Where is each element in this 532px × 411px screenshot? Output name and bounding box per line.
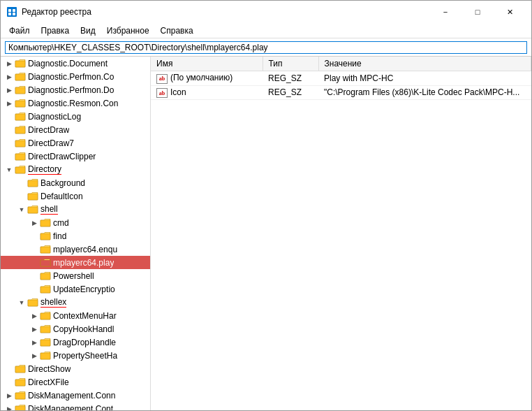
tree-item[interactable]: ▶ Diagnostic.Perfmon.Do: [1, 83, 150, 96]
row-value: Play with MPC-HC: [318, 71, 531, 86]
expand-icon[interactable]: ▶: [3, 390, 15, 401]
expand-icon[interactable]: ▼: [3, 164, 15, 175]
tree-item[interactable]: ▼ Directory: [1, 163, 150, 176]
tree-item[interactable]: ▼ shellex: [1, 296, 150, 309]
tree-item[interactable]: DirectDrawClipper: [1, 150, 150, 163]
expand-icon[interactable]: ▶: [3, 98, 15, 109]
folder-icon: [15, 85, 26, 95]
menu-item[interactable]: Вид: [75, 24, 101, 37]
registry-editor-window: Редактор реестра − □ ✕ ФайлПравкаВидИзбр…: [0, 0, 532, 411]
tree-item-label: shell: [40, 204, 58, 215]
tree-item[interactable]: DirectShow: [1, 362, 150, 375]
row-type: REG_SZ: [263, 85, 318, 100]
tree-item[interactable]: Background: [1, 176, 150, 189]
svg-rect-16: [28, 207, 38, 213]
tree-item[interactable]: DirectDraw7: [1, 136, 150, 150]
menu-bar: ФайлПравкаВидИзбранноеСправка: [1, 23, 531, 38]
tree-item[interactable]: ▶ Diagnostic.Resmon.Con: [1, 96, 150, 110]
svg-rect-13: [15, 167, 25, 173]
tree-item-label: Diagnostic.Perfmon.Do: [28, 85, 114, 95]
expand-icon[interactable]: ▶: [29, 350, 40, 361]
tree-item[interactable]: Powershell: [1, 269, 150, 282]
expand-icon[interactable]: ▶: [29, 324, 40, 335]
tree-item[interactable]: UpdateEncryptio: [1, 282, 150, 296]
svg-rect-30: [15, 393, 25, 399]
tree-item-label: DirectDrawClipper: [28, 152, 96, 161]
address-input[interactable]: [5, 41, 527, 54]
folder-icon: [40, 231, 51, 241]
expand-icon[interactable]: ▶: [29, 337, 40, 348]
svg-rect-18: [40, 233, 50, 240]
tree-item[interactable]: mplayerc64.enqu: [1, 243, 150, 256]
minimize-button[interactable]: −: [429, 2, 461, 22]
svg-rect-8: [15, 101, 25, 107]
tree-item-label: DragDropHandle: [53, 338, 116, 347]
tree-item[interactable]: find: [1, 229, 150, 243]
tree-item-label: DiskManagement.Cont: [28, 404, 113, 411]
svg-rect-9: [15, 114, 25, 120]
tree-item[interactable]: mplayerc64.play: [1, 256, 150, 269]
folder-icon: [15, 404, 26, 411]
expand-icon[interactable]: ▶: [3, 58, 15, 69]
folder-icon: [27, 178, 38, 188]
tree-item[interactable]: ▶ cmd: [1, 216, 150, 229]
folder-icon: [15, 125, 26, 135]
menu-item[interactable]: Правка: [36, 24, 75, 37]
tree-item[interactable]: DiagnosticLog: [1, 110, 150, 123]
tree-item-label: PropertySheetHa: [53, 351, 117, 361]
table-row[interactable]: ab(По умолчанию)REG_SZPlay with MPC-HC: [151, 71, 531, 86]
tree-item-label: Diagnostic.Perfmon.Co: [28, 72, 114, 82]
folder-icon: [40, 324, 51, 334]
folder-icon: [40, 218, 51, 228]
expand-placeholder: [16, 178, 27, 189]
tree-item-label: Powershell: [53, 271, 94, 281]
tree-item[interactable]: ▶ DragDropHandle: [1, 336, 150, 349]
svg-rect-22: [40, 287, 50, 293]
row-name: abIcon: [151, 85, 263, 100]
app-icon: [6, 6, 17, 17]
expand-icon[interactable]: ▶: [29, 217, 40, 229]
folder-icon: [40, 351, 51, 361]
tree-item[interactable]: ▶ Diagnostic.Document: [1, 57, 150, 70]
tree-item[interactable]: ▶ Diagnostic.Perfmon.Co: [1, 70, 150, 83]
svg-rect-21: [40, 273, 50, 280]
svg-rect-19: [40, 247, 50, 253]
tree-item[interactable]: DirectDraw: [1, 123, 150, 136]
folder-icon: [40, 258, 51, 268]
tree-item[interactable]: ▼ shell: [1, 203, 150, 216]
tree-item[interactable]: ▶ DiskManagement.Conn: [1, 389, 150, 402]
expand-icon[interactable]: ▶: [29, 310, 40, 322]
expand-icon[interactable]: ▶: [3, 403, 15, 411]
tree-item[interactable]: ▶ DiskManagement.Cont: [1, 402, 150, 410]
table-row[interactable]: abIconREG_SZ"C:\Program Files (x86)\K-Li…: [151, 85, 531, 100]
folder-icon: [40, 284, 51, 294]
tree-item[interactable]: DefaultIcon: [1, 189, 150, 203]
svg-rect-25: [40, 326, 50, 333]
folder-icon: [15, 165, 26, 175]
values-table: Имя Тип Значение ab(По умолчанию)REG_SZP…: [151, 57, 531, 100]
address-bar: [1, 38, 531, 57]
tree-item[interactable]: DirectXFile: [1, 375, 150, 389]
tree-item[interactable]: ▶ ContextMenuHar: [1, 309, 150, 322]
menu-item[interactable]: Избранное: [101, 24, 155, 37]
menu-item[interactable]: Справка: [155, 24, 199, 37]
expand-placeholder: [3, 151, 15, 162]
expand-icon[interactable]: ▼: [16, 204, 27, 215]
menu-item[interactable]: Файл: [3, 24, 36, 37]
tree-item[interactable]: ▶ CopyHookHandl: [1, 322, 150, 336]
expand-icon[interactable]: ▶: [3, 85, 15, 96]
col-value: Значение: [318, 57, 531, 71]
maximize-button[interactable]: □: [461, 2, 494, 22]
expand-placeholder: [3, 124, 15, 136]
tree-item-label: mplayerc64.enqu: [53, 245, 117, 254]
tree-item[interactable]: ▶ PropertySheetHa: [1, 349, 150, 362]
expand-icon[interactable]: ▼: [16, 297, 27, 308]
close-button[interactable]: ✕: [494, 2, 526, 22]
tree-item-label: Diagnostic.Resmon.Con: [28, 99, 118, 108]
expand-icon[interactable]: ▶: [3, 71, 15, 82]
tree-item-label: DiagnosticLog: [28, 112, 81, 122]
svg-rect-10: [15, 127, 25, 134]
folder-icon: [15, 72, 26, 82]
folder-icon: [40, 338, 51, 347]
expand-placeholder: [29, 284, 40, 295]
